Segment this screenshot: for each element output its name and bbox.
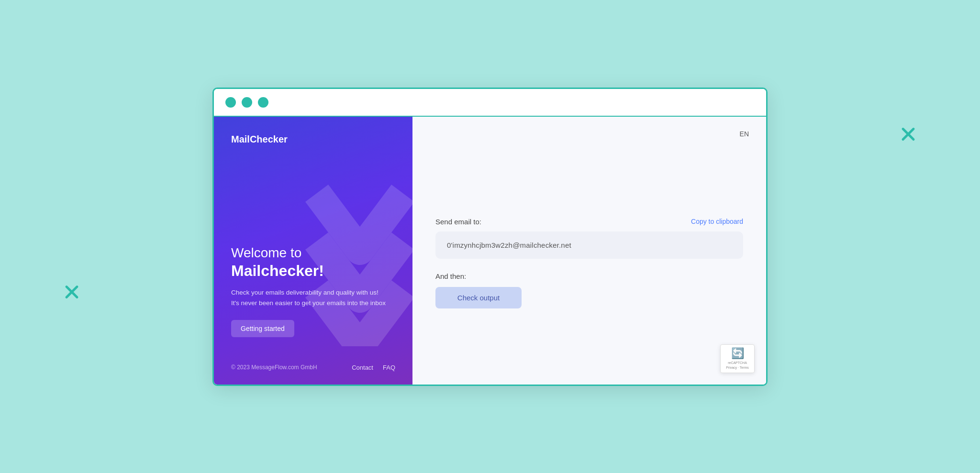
- right-panel: EN Send email to: Copy to clipboard 0'im…: [412, 117, 766, 385]
- welcome-section: Welcome to Mailchecker! Check your email…: [231, 244, 395, 337]
- recaptcha-icon: 🔄: [731, 347, 744, 360]
- app-logo: MailChecker: [231, 134, 395, 145]
- browser-dot-yellow: [242, 97, 252, 108]
- copy-clipboard-button[interactable]: Copy to clipboard: [691, 218, 743, 225]
- and-then-label: And then:: [435, 272, 743, 280]
- footer-copyright: © 2023 MessageFlow.com GmbH: [231, 364, 317, 371]
- welcome-description: Check your emails deliverability and qua…: [231, 287, 395, 308]
- decorative-x-mark-topright: [899, 124, 918, 143]
- footer-contact-link[interactable]: Contact: [352, 364, 373, 371]
- footer-faq-link[interactable]: FAQ: [383, 364, 395, 371]
- browser-titlebar: [214, 89, 766, 117]
- browser-dot-green: [258, 97, 268, 108]
- getting-started-button[interactable]: Getting started: [231, 320, 294, 337]
- welcome-line1: Welcome to: [231, 244, 395, 262]
- email-display: 0'imzynhcjbm3w2zh@mailchecker.net: [435, 231, 743, 259]
- recaptcha-text: reCAPTCHAPrivacy · Terms: [726, 361, 749, 369]
- browser-content: MailChecker Welcome to Mailchecker! Chec…: [214, 117, 766, 385]
- left-panel: MailChecker Welcome to Mailchecker! Chec…: [214, 117, 412, 385]
- send-email-label: Send email to:: [435, 218, 481, 226]
- panel-footer: © 2023 MessageFlow.com GmbH Contact FAQ: [231, 364, 395, 371]
- send-email-row: Send email to: Copy to clipboard: [435, 218, 743, 226]
- footer-links: Contact FAQ: [352, 364, 395, 371]
- browser-window: MailChecker Welcome to Mailchecker! Chec…: [212, 88, 768, 386]
- decorative-x-mark-bottomleft: [62, 282, 81, 301]
- welcome-line2: Mailchecker!: [231, 262, 395, 280]
- language-selector[interactable]: EN: [740, 130, 749, 138]
- browser-dot-red: [225, 97, 236, 108]
- check-output-button[interactable]: Check output: [435, 287, 522, 308]
- right-panel-content: Send email to: Copy to clipboard 0'imzyn…: [435, 189, 743, 308]
- recaptcha-badge: 🔄 reCAPTCHAPrivacy · Terms: [720, 344, 755, 373]
